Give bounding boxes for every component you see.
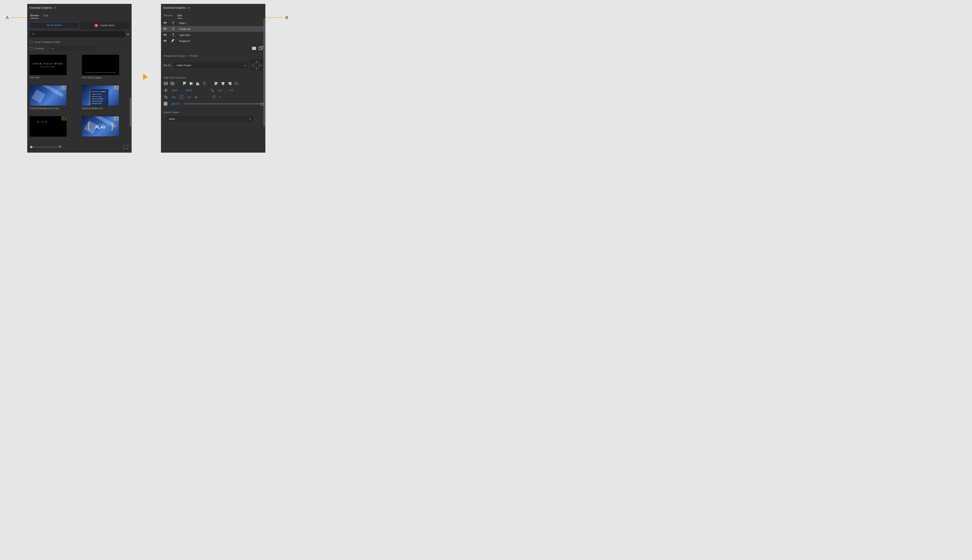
rotation-icon [212,95,216,99]
svg-rect-30 [222,82,224,83]
essential-graphics-panel-browse: Essential Graphics ≡ Browse Edit My Temp… [27,4,132,153]
rotation-value[interactable]: 0 [219,96,221,98]
visibility-toggle-icon[interactable] [163,28,167,30]
tabs: Browse Edit [27,12,132,20]
panel-header: Essential Graphics ≡ [27,4,132,12]
visibility-toggle-icon[interactable] [163,40,167,43]
opacity-slider[interactable] [184,103,263,104]
distribute-h-icon[interactable] [234,82,238,86]
template-item[interactable]: Gaming Background Loop [30,85,67,114]
layer-row[interactable]: T Jane Doe [161,32,265,38]
template-thumbnail: Captions and Subtitles for online use [82,55,119,75]
sort-menu-icon[interactable]: ⌄ [58,145,64,148]
template-thumbnail: MATCH TIMES •MATCH ONE •MATCH TWO •MATCH… [82,85,119,106]
template-item[interactable]: Captions and Subtitles for online use Fi… [82,55,119,83]
panel-menu-icon[interactable]: ≡ [54,6,56,9]
layer-label: Jane Doe [179,33,190,37]
shape-layer-icon [170,38,177,44]
svg-rect-41 [166,97,167,98]
scale-width-value[interactable]: 100 [171,96,176,98]
align-left-icon[interactable] [214,82,219,86]
align-vcenter-icon[interactable] [189,82,193,86]
svg-rect-28 [215,84,217,85]
new-group-icon[interactable] [252,47,256,50]
position-y-value[interactable]: 644.5 [186,89,192,92]
svg-rect-16 [185,82,186,84]
callout-label-b: B [285,15,288,20]
favorites-star-icon[interactable]: ★ [127,32,129,36]
layer-row[interactable]: T Credit roll [161,26,265,32]
pin-to-select[interactable]: Video Frame [174,62,248,68]
position-x-value[interactable]: 939.0 [171,89,178,92]
install-mogrt-icon[interactable] [124,145,128,149]
align-bottom-icon[interactable] [196,82,200,86]
pin-direction-widget[interactable] [251,60,263,71]
scrollbar[interactable] [129,16,131,143]
thumbnail-zoom-slider[interactable] [31,147,58,147]
svg-rect-25 [204,83,205,84]
thumb-text: MATCH TIMES •MATCH ONE •MATCH TWO •MATCH… [90,89,109,106]
align-hcenter-icon[interactable] [221,82,225,86]
layer-row[interactable]: T Step 1 [161,20,265,26]
essential-graphics-panel-edit: Essential Graphics ≡ Browse Edit T Step … [161,4,265,153]
template-label: Film Web Caption [82,76,119,79]
visibility-toggle-icon[interactable] [163,22,167,25]
svg-point-7 [165,34,166,35]
tab-browse[interactable]: Browse [164,13,172,18]
thumb-text: LEAGUE PLAY [95,124,105,129]
panel-header: Essential Graphics ≡ [161,4,265,12]
scrollbar-thumb[interactable] [130,97,131,127]
tab-edit[interactable]: Edit [44,13,48,18]
svg-point-6 [165,28,166,29]
svg-rect-10 [165,83,167,84]
svg-point-8 [165,40,166,41]
link-scale-toggle[interactable] [179,95,184,99]
svg-rect-22 [198,83,199,85]
search-input[interactable] [30,31,125,37]
tab-edit[interactable]: Edit [177,13,182,18]
panel-menu-icon[interactable]: ≡ [188,6,189,9]
sub-tab-adobe-stock[interactable]: St Adobe Stock [80,22,129,29]
libraries-scope-select: All [49,46,95,51]
new-layer-icon[interactable] [259,47,262,50]
distribute-v-icon[interactable] [202,82,206,86]
checkbox-local-templates[interactable] [30,41,32,43]
align-center-frame-icon[interactable] [170,82,174,86]
align-top-icon[interactable] [182,82,187,86]
opacity-value[interactable]: 100.0 % [171,102,180,105]
scale-height-value: 100 [187,96,191,98]
layer-list: T Step 1 T Credit roll T Jane Doe [161,20,265,44]
checkbox-libraries[interactable] [30,47,32,50]
pull-style-icon[interactable]: ↑ [258,117,260,121]
scrollbar-thumb[interactable] [263,18,265,127]
push-style-icon[interactable]: ↓ [255,117,256,121]
master-style-select[interactable]: None [166,116,253,122]
anchor-y-value[interactable]: 0.0 [229,89,233,92]
template-item[interactable]: LEAGUE PLAY [82,116,119,142]
position-icon [164,88,168,92]
svg-point-5 [165,22,166,23]
mogrt-badge-icon [62,117,66,120]
template-label: Gaming Background Loop [30,107,67,110]
template-item[interactable]: MATCH TIMES •MATCH ONE •MATCH TWO •MATCH… [82,85,119,114]
search-icon [32,33,34,36]
template-item[interactable]: YOUR TITLE HERE EPISODE NAME Film Title [30,55,67,83]
thumb-text: YOUR TITLE HERE [33,62,64,65]
align-right-icon[interactable] [228,82,232,86]
template-item[interactable]: LIVE [30,116,67,142]
visibility-toggle-icon[interactable] [163,33,167,37]
text-layer-icon: T [170,33,177,37]
layer-label: Credit roll [179,28,190,30]
callout-label-a: A [6,15,9,20]
anchor-x-value[interactable]: 0.0 [218,89,222,92]
layer-label: Shape 01 [179,40,190,43]
sub-tab-my-templates[interactable]: My Templates [30,22,79,29]
svg-rect-18 [190,82,191,85]
scrollbar[interactable] [263,16,265,143]
tab-browse[interactable]: Browse [30,13,38,18]
tabs: Browse Edit [161,12,265,20]
template-thumbnail: YOUR TITLE HERE EPISODE NAME [30,55,67,75]
template-thumbnail [30,85,67,106]
layer-row[interactable]: Shape 01 [161,38,265,44]
align-safe-margin-icon[interactable] [164,82,168,86]
